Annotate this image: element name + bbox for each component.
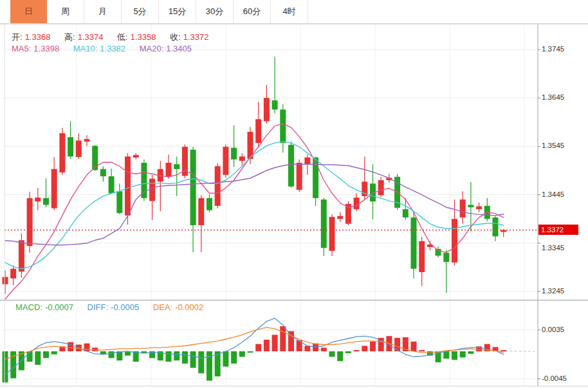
- period-tabbar: 日周月5分15分30分60分4时: [0, 0, 588, 24]
- open-value: 1.3368: [25, 32, 51, 42]
- price-tick-label: 1.3545: [542, 142, 564, 149]
- low-value: 1.3358: [131, 32, 156, 42]
- diff-label: DIFF:: [87, 302, 109, 312]
- macd-tick-label: 0.0035: [542, 326, 564, 333]
- ma-legend-row: MA5:1.3398 MA10:1.3382 MA20:1.3405: [12, 44, 194, 53]
- kline-chart-canvas[interactable]: [0, 0, 588, 388]
- open-label: 开:: [12, 32, 23, 42]
- price-tick-label: 1.3345: [542, 244, 564, 252]
- ma10-value: 1.3382: [100, 44, 125, 53]
- close-label: 收:: [170, 32, 181, 42]
- quote-row: 开:1.3368 高:1.3374 低:1.3358 收:1.3372: [12, 32, 211, 43]
- price-tick-label: 1.3245: [542, 287, 564, 295]
- tab-period-1[interactable]: 日: [10, 0, 47, 23]
- ma5-label: MA5:: [12, 44, 31, 53]
- dea-label: DEA:: [153, 302, 172, 312]
- dea-value: -0.0002: [175, 302, 203, 312]
- high-label: 高:: [64, 32, 75, 42]
- price-tick-label: 1.3745: [542, 45, 564, 53]
- price-tick-label: 1.3645: [542, 93, 564, 101]
- price-tick-label: 1.3445: [542, 190, 564, 198]
- high-value: 1.3374: [78, 32, 104, 42]
- tab-period-6[interactable]: 30分: [196, 0, 234, 23]
- macd-tick-label: -0.0045: [542, 374, 567, 382]
- tab-period-2[interactable]: 周: [47, 0, 84, 23]
- macd-value: -0.0007: [45, 302, 73, 312]
- macd-label: MACD:: [15, 302, 42, 312]
- close-value: 1.3372: [183, 32, 209, 42]
- kline-app: { "tabs": { "items": [ {"label":"日","act…: [0, 0, 588, 388]
- tab-period-8[interactable]: 4时: [271, 0, 308, 23]
- ma20-value: 1.3405: [166, 44, 192, 53]
- tab-period-3[interactable]: 月: [84, 0, 122, 23]
- low-label: 低:: [117, 32, 128, 42]
- macd-legend-row: MACD:-0.0007 DIFF:-0.0005 DEA:-0.0002: [15, 302, 206, 312]
- ma10-label: MA10:: [73, 44, 98, 53]
- ma5-value: 1.3398: [33, 44, 59, 53]
- tab-period-7[interactable]: 60分: [234, 0, 271, 23]
- ma20-label: MA20:: [140, 44, 164, 53]
- tab-period-4[interactable]: 5分: [122, 0, 159, 23]
- tab-period-5[interactable]: 15分: [159, 0, 196, 23]
- diff-value: -0.0005: [111, 302, 139, 312]
- last-price-badge: 1.3372: [538, 225, 578, 235]
